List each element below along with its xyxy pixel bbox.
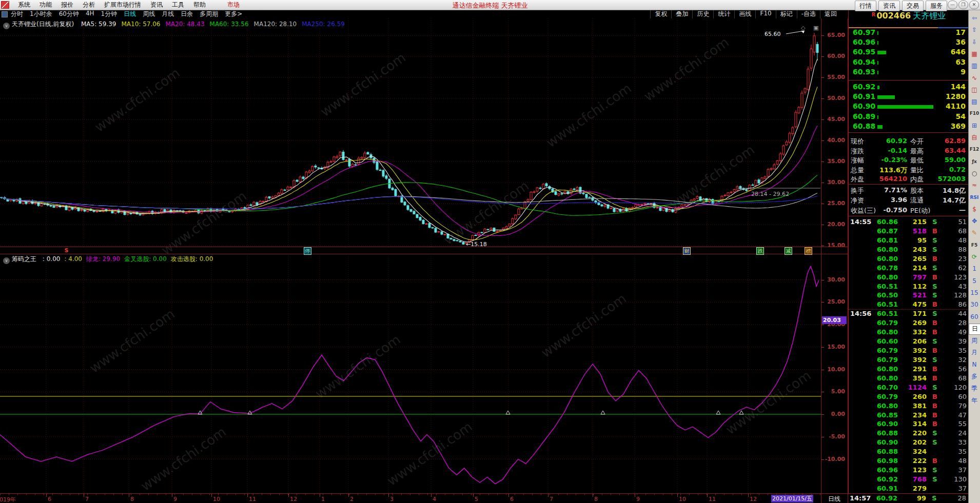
rail-button-F12[interactable]: F12 xyxy=(969,144,980,154)
toolbar-grid-icon[interactable] xyxy=(2,11,8,17)
rail-button-月[interactable]: 月 xyxy=(969,347,980,357)
event-marker-停[interactable]: 停 xyxy=(304,247,311,255)
rail-button-周[interactable]: 周 xyxy=(969,335,980,346)
rail-button-✎[interactable]: ✎ xyxy=(969,228,980,238)
toolbar-button-复权[interactable]: 复权 xyxy=(650,10,671,18)
rail-button-F5[interactable]: F5 xyxy=(969,240,980,250)
period-周线[interactable]: 周线 xyxy=(143,10,155,18)
rail-button-日[interactable]: 日 xyxy=(969,324,980,335)
event-marker-榜[interactable]: 榜 xyxy=(805,247,812,255)
kline-corner-icons[interactable]: ◇ ▣ xyxy=(801,25,821,31)
period-多周期[interactable]: 多周期 xyxy=(200,10,218,18)
period-60分钟[interactable]: 60分钟 xyxy=(59,10,79,18)
orderbook-row[interactable]: 60.88369 xyxy=(849,122,969,131)
orderbook-row[interactable]: 60.9717 xyxy=(849,28,969,37)
menu-item-扩展市场行情[interactable]: 扩展市场行情 xyxy=(100,1,146,9)
period-4H[interactable]: 4H xyxy=(86,10,94,18)
orderbook-row[interactable]: 60.911280 xyxy=(849,92,969,102)
rail-button-15[interactable]: 15 xyxy=(969,288,980,298)
toolbar-button-返回[interactable]: 返回 xyxy=(820,10,841,18)
rail-button-自[interactable]: 自 xyxy=(969,132,980,143)
rail-button-▤[interactable]: ▤ xyxy=(969,96,980,107)
rail-button-○[interactable]: ○ xyxy=(969,168,980,178)
toolbar-button-历史[interactable]: 历史 xyxy=(692,10,713,18)
orderbook-row[interactable]: 60.9463 xyxy=(849,58,969,67)
period-1分钟[interactable]: 1分钟 xyxy=(101,10,117,18)
rail-button-多[interactable]: 多 xyxy=(969,371,980,381)
rail-button-5[interactable]: 5 xyxy=(969,276,980,286)
rail-button-60[interactable]: 60 xyxy=(969,312,980,322)
rail-button-⟳[interactable]: ⟳ xyxy=(969,252,980,262)
rail-button-▦[interactable]: ▦ xyxy=(969,49,980,59)
orderbook-volume: 63 xyxy=(956,58,966,66)
event-marker-财[interactable]: 财 xyxy=(683,247,691,255)
tick-volume: 269 xyxy=(900,319,927,327)
menu-item-资讯[interactable]: 资讯 xyxy=(146,1,167,9)
stock-header[interactable]: R002466天齐锂业 xyxy=(849,11,969,22)
toolbar-button-统计[interactable]: 统计 xyxy=(713,10,734,18)
rail-button-$[interactable]: $ xyxy=(969,204,980,214)
rail-button-1[interactable]: 1 xyxy=(969,264,980,274)
period-月线[interactable]: 月线 xyxy=(162,10,174,18)
restore-button[interactable]: ❐ xyxy=(958,1,968,9)
event-marker-减[interactable]: 减 xyxy=(785,247,792,255)
rail-button-RSI[interactable]: RSI xyxy=(969,192,980,203)
chevron-down-icon[interactable]: ∨ xyxy=(3,257,10,264)
orderbook-row[interactable]: 60.95646 xyxy=(849,48,969,57)
rail-button-⇧[interactable]: ⇧ xyxy=(969,25,980,35)
event-marker-跌[interactable]: 跌 xyxy=(756,247,764,255)
period-日线[interactable]: 日线 xyxy=(124,10,136,18)
menu-item-market[interactable]: 市场 xyxy=(223,1,244,9)
rail-button-◫[interactable]: ◫ xyxy=(969,85,980,95)
top-button-行情[interactable]: 行情 xyxy=(855,1,876,11)
rail-button-⇩[interactable]: ⇩ xyxy=(969,37,980,47)
period-1小时余[interactable]: 1小时余 xyxy=(30,10,52,18)
menu-item-分析[interactable]: 分析 xyxy=(78,1,100,9)
tick-row: 60.80265B23 xyxy=(849,255,969,264)
top-button-交易[interactable]: 交易 xyxy=(902,1,924,11)
period-更多>[interactable]: 更多> xyxy=(225,10,242,18)
menu-item-报价[interactable]: 报价 xyxy=(56,1,78,9)
rail-button-ƒx[interactable]: ƒx xyxy=(969,156,980,167)
toolbar-button--自选[interactable]: -自选 xyxy=(797,10,820,18)
menu-item-帮助[interactable]: 帮助 xyxy=(189,1,210,9)
price-axis-label: 50.00 xyxy=(821,95,845,102)
tick-row: 60.80332B49 xyxy=(849,328,969,337)
tick-price: 60.78 xyxy=(869,264,898,272)
rail-button-∿[interactable]: ∿ xyxy=(969,73,980,83)
latest-tick-row: 14:5760.9299S28 xyxy=(848,494,968,503)
minimize-button[interactable]: — xyxy=(948,1,957,9)
top-button-服务[interactable]: 服务 xyxy=(926,1,947,11)
rail-button-N[interactable]: N xyxy=(969,359,980,370)
orderbook-row[interactable]: 60.9636 xyxy=(849,38,969,47)
rail-button-⇦[interactable]: ⇦ xyxy=(969,13,980,23)
period-日余[interactable]: 日余 xyxy=(181,10,193,18)
toolbar-button-画线[interactable]: 画线 xyxy=(734,10,755,18)
rail-button-年[interactable]: 年 xyxy=(969,395,980,406)
top-button-资讯[interactable]: 资讯 xyxy=(878,1,900,11)
rail-button-✥[interactable]: ✥ xyxy=(969,216,980,226)
orderbook-row[interactable]: 60.904110 xyxy=(849,102,969,111)
orderbook-row[interactable]: 60.939 xyxy=(849,68,969,77)
menu-item-系统[interactable]: 系统 xyxy=(13,1,35,9)
rail-button-▥[interactable]: ▥ xyxy=(969,61,980,71)
toolbar-button-标记[interactable]: 标记 xyxy=(776,10,797,18)
toolbar-button-叠加[interactable]: 叠加 xyxy=(671,10,692,18)
rail-button-F10[interactable]: F10 xyxy=(969,108,980,118)
rail-button-30[interactable]: 30 xyxy=(969,299,980,310)
period-label[interactable]: 日线 xyxy=(821,495,847,503)
event-marker-S[interactable]: S xyxy=(63,247,70,254)
period-分时[interactable]: 分时 xyxy=(11,10,23,18)
menu-item-工具[interactable]: 工具 xyxy=(167,1,189,9)
tick-volume: 332 xyxy=(900,328,927,336)
axis-tick xyxy=(821,77,824,78)
orderbook-row[interactable]: 60.8954 xyxy=(849,112,969,122)
orderbook-row[interactable]: 60.92144 xyxy=(849,83,969,92)
rail-button-季[interactable]: 季 xyxy=(969,383,980,393)
rail-button-⊞[interactable]: ⊞ xyxy=(969,120,980,131)
rail-button-≈[interactable]: ≈ xyxy=(969,180,980,190)
chevron-down-icon[interactable]: ∨ xyxy=(3,23,10,29)
menu-item-功能[interactable]: 功能 xyxy=(35,1,56,9)
toolbar-button-F10[interactable]: F10 xyxy=(755,10,775,18)
close-button[interactable]: ✕ xyxy=(969,1,979,9)
